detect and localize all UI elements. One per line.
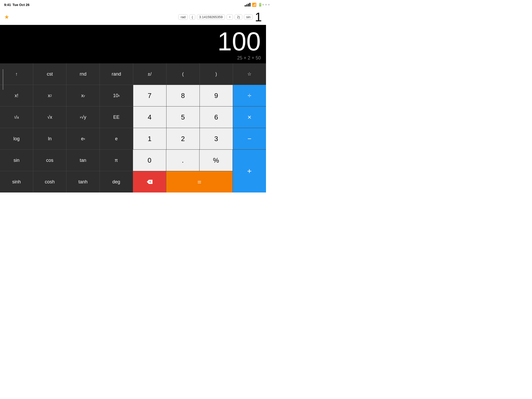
status-bar: 9:41 Tue Oct 26 📶 🔋	[0, 0, 266, 9]
percent-button[interactable]: %	[200, 150, 233, 171]
plus-button[interactable]: +	[233, 150, 266, 192]
open-paren-button[interactable]: (	[167, 63, 200, 85]
signal-icon	[245, 3, 250, 6]
ee-button[interactable]: EE	[100, 107, 133, 128]
equals-button[interactable]: =	[166, 171, 233, 192]
minus-button[interactable]: −	[233, 128, 266, 149]
nine-button[interactable]: 9	[200, 85, 233, 106]
cst-button[interactable]: cst	[33, 63, 66, 85]
reciprocal-button[interactable]: 1/x	[0, 107, 33, 128]
cursor-indicator	[3, 69, 3, 90]
keypad-row-2: x! x2 xy 10x 7 8 9 ÷	[0, 85, 266, 107]
dot-button[interactable]: .	[166, 150, 200, 171]
xrooty-button[interactable]: x√y	[66, 107, 100, 128]
deg-button[interactable]: deg	[100, 171, 133, 192]
factorial-button[interactable]: x!	[0, 85, 33, 106]
pill-2close: 2)	[235, 14, 242, 20]
tan-button[interactable]: tan	[66, 150, 100, 171]
eight-button[interactable]: 8	[167, 85, 200, 106]
display-main-value: 100	[217, 28, 261, 54]
e-button[interactable]: e	[100, 128, 133, 149]
cosh-button[interactable]: cosh	[33, 171, 66, 192]
history-bar: ★ rad ( 3.14159265359 ÷ 2) sin 1	[0, 9, 266, 25]
pill-rad[interactable]: rad	[178, 14, 188, 20]
two-button[interactable]: 2	[167, 128, 200, 149]
history-result: 1	[255, 10, 262, 24]
plusminus-button[interactable]: ±/	[133, 63, 167, 85]
keypad: ↑ cst rnd rand ±/ ( ) ☆ x! x2 xy 10x 7 8…	[0, 63, 266, 192]
dot1	[262, 4, 264, 5]
sinh-button[interactable]: sinh	[0, 171, 33, 192]
favorite-star-icon[interactable]: ★	[4, 14, 9, 21]
five-button[interactable]: 5	[167, 107, 200, 128]
shift-button[interactable]: ↑	[0, 63, 33, 85]
ln-button[interactable]: ln	[33, 128, 66, 149]
pill-pi: 3.14159265359	[197, 14, 225, 20]
battery-icon: 🔋	[258, 3, 262, 7]
display-wrapper: 100 25 × 2 + 50	[0, 25, 266, 63]
backspace-icon	[147, 179, 153, 184]
calculator-display: 100 25 × 2 + 50	[0, 25, 266, 63]
pill-sin: sin	[244, 14, 253, 20]
keypad-row-1: ↑ cst rnd rand ±/ ( ) ☆	[0, 63, 266, 85]
favorite-button[interactable]: ☆	[233, 63, 266, 85]
four-button[interactable]: 4	[133, 107, 167, 128]
one-button[interactable]: 1	[133, 128, 167, 149]
history-equation: rad ( 3.14159265359 ÷ 2) sin	[178, 14, 253, 20]
xsquared-button[interactable]: x2	[33, 85, 66, 106]
rnd-button[interactable]: rnd	[66, 63, 100, 85]
sqrt-button[interactable]: √x	[33, 107, 66, 128]
divide-button[interactable]: ÷	[233, 85, 266, 106]
log-button[interactable]: log	[0, 128, 33, 149]
tenpowx-button[interactable]: 10x	[100, 85, 133, 106]
cos-button[interactable]: cos	[33, 150, 66, 171]
wifi-icon: 📶	[252, 3, 256, 7]
keypad-row-3: 1/x √x x√y EE 4 5 6 ×	[0, 107, 266, 128]
keypad-row-4: log ln ex e 1 2 3 −	[0, 128, 266, 150]
sin-button[interactable]: sin	[0, 150, 33, 171]
tanh-button[interactable]: tanh	[66, 171, 100, 192]
pill-divide: ÷	[227, 14, 233, 20]
multiply-button[interactable]: ×	[233, 107, 266, 128]
rand-button[interactable]: rand	[100, 63, 133, 85]
display-expression: 25 × 2 + 50	[237, 55, 261, 61]
close-paren-button[interactable]: )	[200, 63, 233, 85]
pi-button[interactable]: π	[100, 150, 133, 171]
xpowy-button[interactable]: xy	[66, 85, 100, 106]
six-button[interactable]: 6	[200, 107, 233, 128]
zero-button[interactable]: 0	[133, 150, 166, 171]
keypad-bottom-section: sin cos tan π sinh cosh tanh deg 0 . %	[0, 150, 266, 192]
seven-button[interactable]: 7	[133, 85, 167, 106]
clear-button[interactable]	[133, 171, 166, 192]
pill-openparen: (	[189, 14, 195, 20]
date-display: Tue Oct 26	[12, 3, 30, 7]
time-display: 9:41	[4, 3, 11, 7]
three-button[interactable]: 3	[200, 128, 233, 149]
epowx-button[interactable]: ex	[66, 128, 100, 149]
dot2	[265, 4, 266, 5]
